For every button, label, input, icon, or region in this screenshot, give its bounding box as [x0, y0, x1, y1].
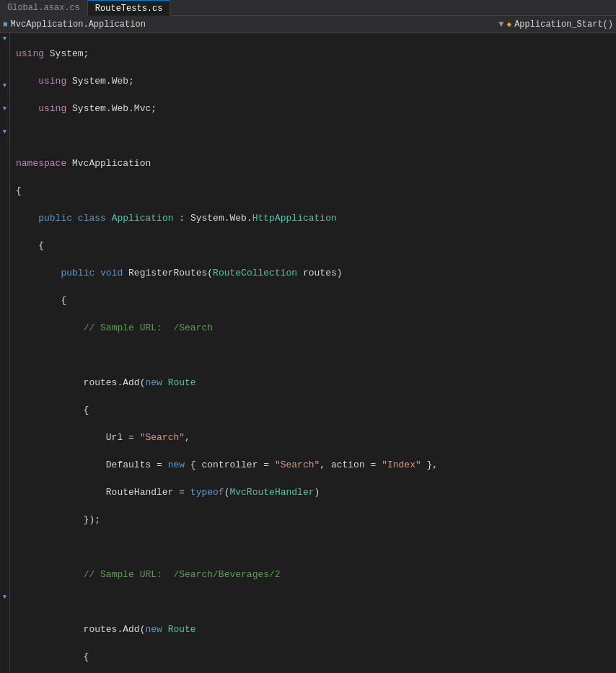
- tab-global-asax[interactable]: Global.asax.cs: [0, 0, 88, 16]
- code-content: using System; using System.Web; using Sy…: [10, 33, 616, 673]
- line-9: public void RegisterRoutes(RouteCollecti…: [16, 266, 610, 280]
- tab-bar: Global.asax.cs RouteTests.cs: [0, 0, 616, 16]
- line-17: RouteHandler = typeof(MvcRouteHandler): [16, 485, 610, 499]
- collapse-1[interactable]: ▼: [3, 35, 6, 43]
- line-6: {: [16, 184, 610, 198]
- toolbar-right: ▼ ◆ Application_Start(): [498, 19, 613, 30]
- line-12: [16, 348, 610, 362]
- line-18: });: [16, 513, 610, 527]
- toolbar-method-text: Application_Start(): [514, 19, 613, 30]
- line-7: public class Application : System.Web.Ht…: [16, 211, 610, 225]
- collapse-5[interactable]: ▼: [3, 82, 6, 89]
- toolbar-namespace-text: MvcApplication.Application: [11, 19, 146, 30]
- line-11: // Sample URL: /Search: [16, 321, 610, 335]
- tab-route-tests-label: RouteTests.cs: [95, 4, 163, 14]
- line-1: using System;: [16, 47, 610, 61]
- line-15: Url = "Search",: [16, 431, 610, 444]
- tab-global-asax-label: Global.asax.cs: [7, 3, 80, 13]
- gutter: ▼ ▼ ▼ ▼: [0, 33, 10, 673]
- line-2: using System.Web;: [16, 74, 610, 88]
- line-8: {: [16, 239, 610, 252]
- namespace-icon: ■: [3, 20, 8, 29]
- code-area[interactable]: ▼ ▼ ▼ ▼: [0, 33, 616, 673]
- line-10: {: [16, 294, 610, 307]
- line-5: namespace MvcApplication: [16, 157, 610, 170]
- collapse-7[interactable]: ▼: [3, 105, 6, 113]
- line-20: // Sample URL: /Search/Beverages/2: [16, 568, 610, 581]
- tab-route-tests[interactable]: RouteTests.cs: [88, 0, 171, 16]
- line-3: using System.Web.Mvc;: [16, 102, 610, 115]
- collapse-9[interactable]: ▼: [3, 128, 6, 136]
- line-13: routes.Add(new Route: [16, 376, 610, 390]
- line-22: routes.Add(new Route: [16, 623, 610, 636]
- line-16: Defaults = new { controller = "Search", …: [16, 458, 610, 472]
- line-4: [16, 129, 610, 143]
- collapse-48[interactable]: ▼: [3, 594, 6, 601]
- method-icon: ◆: [507, 19, 512, 29]
- line-23: {: [16, 650, 610, 664]
- line-14: {: [16, 403, 610, 417]
- toolbar-left: ■ MvcApplication.Application: [3, 19, 498, 30]
- ide-window: Global.asax.cs RouteTests.cs ■ MvcApplic…: [0, 0, 616, 673]
- toolbar: ■ MvcApplication.Application ▼ ◆ Applica…: [0, 16, 616, 33]
- toolbar-dropdown-btn[interactable]: ▼: [498, 19, 503, 30]
- line-21: [16, 595, 610, 609]
- line-19: [16, 540, 610, 554]
